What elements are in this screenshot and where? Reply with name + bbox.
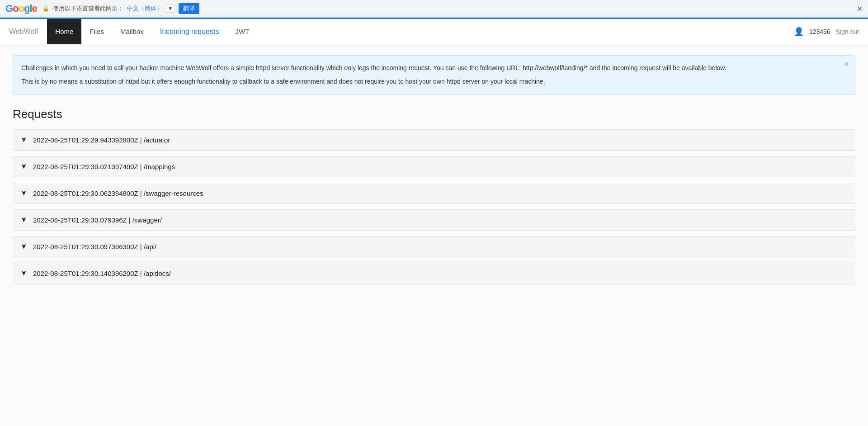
request-label: 2022-08-25T01:29:30.079396Z | /swagger/ <box>33 216 162 224</box>
request-label: 2022-08-25T01:29:30.021397400Z | /mappin… <box>33 163 175 170</box>
username-label: 123456 <box>809 28 830 35</box>
request-label: 2022-08-25T01:29:29.943392800Z | /actuat… <box>33 136 170 144</box>
request-item[interactable]: ➤ 2022-08-25T01:29:30.097396300Z | /api/ <box>13 236 855 257</box>
request-label: 2022-08-25T01:29:30.140396200Z | /apidoc… <box>33 270 171 277</box>
user-icon: 👤 <box>794 27 804 37</box>
request-item[interactable]: ➤ 2022-08-25T01:29:30.079396Z | /swagger… <box>13 209 855 231</box>
request-item[interactable]: ➤ 2022-08-25T01:29:30.140396200Z | /apid… <box>13 263 855 284</box>
browser-bar: Google 🔒 使用以下语言查看此网页： 中文（简体） ▼ 翻译 ✕ <box>0 0 868 18</box>
main-content: × Challenges in which you need to call y… <box>0 44 868 426</box>
translate-button[interactable]: 翻译 <box>179 3 199 14</box>
nav-right: 👤 123456 Sign out <box>794 27 859 37</box>
sign-out-button[interactable]: Sign out <box>836 28 859 35</box>
chevron-down-icon: ➤ <box>20 270 28 276</box>
navbar: WebWolf Home Files Mailbox Incoming requ… <box>0 19 868 44</box>
google-logo: Google <box>5 3 37 14</box>
language-dropdown[interactable]: ▼ <box>166 5 175 13</box>
info-box-close-button[interactable]: × <box>844 60 849 68</box>
chevron-down-icon: ➤ <box>20 217 28 222</box>
nav-item-incoming-requests[interactable]: Incoming requests <box>152 19 227 44</box>
request-item[interactable]: ➤ 2022-08-25T01:29:30.021397400Z | /mapp… <box>13 156 855 177</box>
info-box: × Challenges in which you need to call y… <box>13 55 855 95</box>
browser-bar-close-button[interactable]: ✕ <box>857 5 863 13</box>
nav-item-files[interactable]: Files <box>81 19 112 44</box>
request-label: 2022-08-25T01:29:30.062394800Z | /swagge… <box>33 189 203 197</box>
request-item[interactable]: ➤ 2022-08-25T01:29:30.062394800Z | /swag… <box>13 183 855 204</box>
requests-section-title: Requests <box>13 107 855 121</box>
request-label: 2022-08-25T01:29:30.097396300Z | /api/ <box>33 243 156 251</box>
requests-list: ➤ 2022-08-25T01:29:29.943392800Z | /actu… <box>13 129 855 284</box>
brand-label: WebWolf <box>9 28 38 36</box>
chevron-down-icon: ➤ <box>20 137 28 142</box>
lock-icon: 🔒 <box>42 5 49 12</box>
chevron-down-icon: ➤ <box>20 244 28 249</box>
nav-item-home[interactable]: Home <box>47 19 81 44</box>
chevron-down-icon: ➤ <box>20 190 28 196</box>
nav-item-jwt[interactable]: JWT <box>227 19 257 44</box>
info-line-2: This is by no means a substitution of ht… <box>21 76 847 86</box>
request-item[interactable]: ➤ 2022-08-25T01:29:29.943392800Z | /actu… <box>13 129 855 151</box>
info-line-1: Challenges in which you need to call you… <box>21 63 847 73</box>
nav-item-mailbox[interactable]: Mailbox <box>112 19 152 44</box>
chevron-down-icon: ➤ <box>20 164 28 169</box>
translate-lang-link[interactable]: 中文（简体） <box>127 5 162 13</box>
translate-prefix-text: 使用以下语言查看此网页： <box>53 5 123 13</box>
